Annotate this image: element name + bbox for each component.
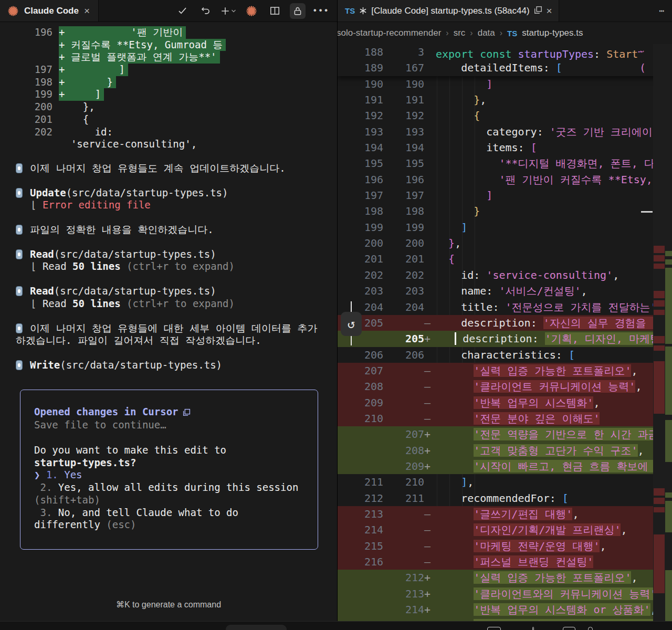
code-line-content[interactable]: '시작이 빠르고, 현금 흐름 확보에 유: [431, 458, 672, 474]
diff-line[interactable]: 192192 {: [338, 108, 672, 123]
diff-line[interactable]: 207— '실력 입증 가능한 포트폴리오',: [338, 363, 672, 379]
editor-more-actions[interactable]: ⋯: [659, 6, 672, 16]
claude-starburst-button[interactable]: [244, 3, 259, 19]
code-line-content[interactable]: '퍼스널 브랜딩 컨설팅': [431, 554, 672, 570]
breadcrumb-file[interactable]: startup-types.ts: [522, 28, 583, 38]
diff-line[interactable]: 198198 }: [338, 203, 672, 219]
claude-code-tab-close-icon[interactable]: ×: [84, 5, 90, 17]
diff-line[interactable]: 209— '반복 업무의 시스템화',: [338, 395, 672, 411]
cutoff-toolbar-icon[interactable]: [563, 627, 575, 630]
code-line-content[interactable]: {: [431, 108, 672, 123]
code-line-content[interactable]: '팬 기반이 커질수록 **Etsy,: [431, 172, 672, 187]
code-line-content[interactable]: '실력 입증 가능한 포트폴리오',: [431, 363, 672, 379]
code-line-content[interactable]: '클라이언트와의 커뮤니케이션 능력',: [431, 586, 672, 602]
breadcrumb[interactable]: solo-startup-recommender›src›data›TSstar…: [337, 22, 669, 44]
code-line-content[interactable]: '반복 업무의 시스템화 or 상품화',: [431, 602, 672, 617]
code-line-content[interactable]: '**디지털 배경화면, 폰트, 다양한: [431, 155, 672, 171]
compare-changes-icon[interactable]: [534, 6, 542, 16]
code-line-content[interactable]: '실력 입증 가능한 포트폴리오',: [431, 570, 672, 585]
diff-line[interactable]: 200200 },: [338, 235, 672, 251]
code-line-content[interactable]: items: [: [431, 140, 672, 155]
diff-line[interactable]: 196196 '팬 기반이 커질수록 **Etsy,: [338, 172, 672, 187]
diff-line[interactable]: 214— '디자인/기획/개발 프리랜싱',: [338, 522, 672, 538]
code-line-content[interactable]: description: '자신의 실무 경험을 바: [431, 315, 672, 331]
code-line-content[interactable]: ],: [431, 474, 672, 490]
revert-change-widget[interactable]: ↺: [340, 301, 362, 345]
code-line-content[interactable]: },: [431, 92, 672, 108]
diff-line[interactable]: 197197 ]: [338, 187, 672, 203]
lock-button[interactable]: [290, 3, 306, 19]
breadcrumb-item[interactable]: solo-startup-recommender: [337, 28, 441, 38]
open-external-icon[interactable]: [183, 407, 191, 418]
new-session-button[interactable]: [220, 3, 236, 19]
breadcrumb-item[interactable]: src: [454, 28, 466, 38]
diff-line[interactable]: 213— '글쓰기/편집 대행',: [338, 506, 672, 522]
diff-line[interactable]: 205+ description: '기획, 디자인, 마케팅: [338, 331, 672, 346]
diff-line[interactable]: 215+ '서비스 → 템플릿/클래스 확장 전략': [338, 617, 672, 621]
diff-line[interactable]: 203203 name: '서비스/컨설팅',: [338, 283, 672, 299]
diff-line[interactable]: 208+ '고객 맞춤형 고단가 수익 구조',: [338, 443, 672, 458]
editor-tab[interactable]: TS [Claude Code] startup-types.ts (58ac4…: [338, 0, 559, 22]
code-line-content[interactable]: },: [431, 235, 672, 251]
diff-line[interactable]: 199199 ]: [338, 219, 672, 235]
diff-line[interactable]: 205— description: '자신의 실무 경험을 바: [338, 315, 672, 331]
diff-line[interactable]: 215— '마케팅 전략/운영 대행',: [338, 538, 672, 554]
code-line-content[interactable]: characteristics: [: [431, 347, 672, 363]
diff-line[interactable]: 216— '퍼스널 브랜딩 컨설팅': [338, 554, 672, 570]
code-line-content[interactable]: ]: [431, 219, 672, 235]
diff-line[interactable]: 214+ '반복 업무의 시스템화 or 상품화',: [338, 602, 672, 617]
code-line-content[interactable]: name: '서비스/컨설팅',: [431, 283, 672, 299]
code-line-content[interactable]: category: '굿즈 기반 크리에이터: [431, 124, 672, 140]
breadcrumb-item[interactable]: data: [478, 28, 495, 38]
code-line-content[interactable]: '전문 역량을 기반으로 한 시간 과금형: [431, 426, 672, 442]
dialog-option-2[interactable]: 2. Yes, allow all edits during this sess…: [34, 481, 304, 506]
diff-line[interactable]: 209+ '시작이 빠르고, 현금 흐름 확보에 유: [338, 458, 672, 474]
diff-line[interactable]: 212211 recommendedFor: [: [338, 490, 672, 506]
code-line-content[interactable]: '클라이언트 커뮤니케이션 능력',: [431, 379, 672, 394]
code-line-content[interactable]: recommendedFor: [: [431, 490, 672, 506]
diff-line[interactable]: 204204 title: '전문성으로 가치를 전달하는',: [338, 299, 672, 315]
split-editor-button[interactable]: [267, 3, 282, 19]
accept-check-button[interactable]: [174, 3, 190, 19]
sticky-scroll-line[interactable]: 1883export const startupTypes: Start↩↩: [338, 44, 672, 60]
code-line-content[interactable]: }: [431, 203, 672, 219]
undo-button[interactable]: [197, 3, 213, 19]
code-line-content[interactable]: '반복 업무의 시스템화',: [431, 395, 672, 411]
diff-line[interactable]: 202202 id: 'service-consulting',: [338, 267, 672, 283]
code-line-content[interactable]: ]: [431, 187, 672, 203]
dialog-option-1[interactable]: ❯ 1. Yes: [34, 469, 304, 481]
diff-line[interactable]: 206206 characteristics: [: [338, 347, 672, 363]
revert-icon[interactable]: ↺: [341, 312, 362, 336]
code-line-content[interactable]: ]: [431, 76, 672, 92]
diff-line[interactable]: 194194 items: [: [338, 140, 672, 155]
diff-line[interactable]: 213+ '클라이언트와의 커뮤니케이션 능력',: [338, 586, 672, 602]
code-line-content[interactable]: {: [431, 251, 672, 267]
code-line-content[interactable]: description: '기획, 디자인, 마케팅: [431, 331, 672, 346]
code-line-content[interactable]: '마케팅 전략/운영 대행',: [431, 538, 672, 554]
diff-line[interactable]: 201201 {: [338, 251, 672, 267]
diff-line[interactable]: 212+ '실력 입증 가능한 포트폴리오',: [338, 570, 672, 585]
diff-line[interactable]: 208— '클라이언트 커뮤니케이션 능력',: [338, 379, 672, 394]
sticky-scroll-line[interactable]: 189167 detailedItems: [(: [338, 60, 672, 76]
editor-tab-close-icon[interactable]: ×: [547, 5, 552, 17]
diff-line[interactable]: 191191 },: [338, 92, 672, 108]
diff-line[interactable]: 210— '전문 분야 깊은 이해도': [338, 411, 672, 426]
diff-line[interactable]: 195195 '**디지털 배경화면, 폰트, 다양한: [338, 155, 672, 171]
diff-line[interactable]: 207+ '전문 역량을 기반으로 한 시간 과금형: [338, 426, 672, 442]
more-actions-button[interactable]: •••: [313, 3, 329, 19]
code-line-content[interactable]: '전문 분야 깊은 이해도': [431, 411, 672, 426]
claude-code-tab[interactable]: Claude Code ×: [0, 0, 99, 22]
code-line-content[interactable]: '디자인/기획/개발 프리랜싱',: [431, 522, 672, 538]
diff-line[interactable]: 193193 category: '굿즈 기반 크리에이터: [338, 124, 672, 140]
code-line-content[interactable]: '글쓰기/편집 대행',: [431, 506, 672, 522]
cutoff-toolbar-icon[interactable]: [588, 627, 593, 630]
code-line-content[interactable]: title: '전문성으로 가치를 전달하는',: [431, 299, 672, 315]
code-line-content[interactable]: export const startupTypes: Start↩↩: [431, 44, 672, 60]
cutoff-toolbar-icon[interactable]: [487, 627, 501, 630]
dialog-option-3[interactable]: 3. No, and tell Claude what to do differ…: [34, 507, 304, 531]
diff-line[interactable]: 190190 ]: [338, 76, 672, 92]
code-line-content[interactable]: '서비스 → 템플릿/클래스 확장 전략': [431, 617, 672, 621]
diff-line[interactable]: 211210 ],: [338, 474, 672, 490]
code-line-content[interactable]: detailedItems: [: [431, 60, 672, 76]
code-line-content[interactable]: '고객 맞춤형 고단가 수익 구조',: [431, 443, 672, 458]
